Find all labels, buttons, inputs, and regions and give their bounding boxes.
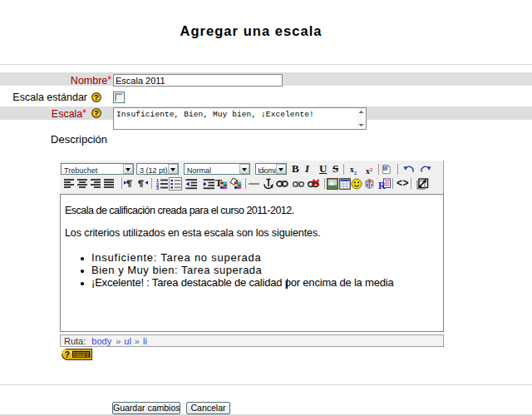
- svg-text:?: ?: [65, 349, 70, 359]
- svg-text:R: R: [378, 180, 386, 191]
- svg-text:3: 3: [156, 186, 159, 190]
- svg-text:?: ?: [94, 108, 99, 117]
- svg-text:?: ?: [94, 92, 99, 102]
